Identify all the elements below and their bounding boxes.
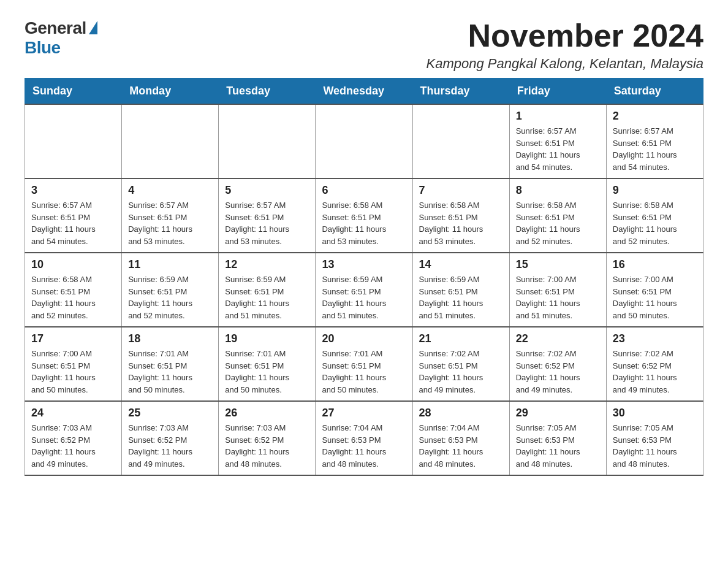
logo-blue-text: Blue: [25, 38, 61, 58]
calendar-cell: 16Sunrise: 7:00 AM Sunset: 6:51 PM Dayli…: [606, 253, 703, 327]
header-tuesday: Tuesday: [219, 79, 316, 105]
day-info: Sunrise: 6:58 AM Sunset: 6:51 PM Dayligh…: [516, 199, 600, 247]
calendar-cell: 21Sunrise: 7:02 AM Sunset: 6:51 PM Dayli…: [412, 327, 509, 401]
day-info: Sunrise: 7:00 AM Sunset: 6:51 PM Dayligh…: [516, 274, 600, 321]
day-info: Sunrise: 7:03 AM Sunset: 6:52 PM Dayligh…: [225, 422, 309, 470]
day-info: Sunrise: 7:01 AM Sunset: 6:51 PM Dayligh…: [128, 348, 212, 396]
calendar-cell: 12Sunrise: 6:59 AM Sunset: 6:51 PM Dayli…: [219, 253, 316, 327]
calendar-cell: 5Sunrise: 6:57 AM Sunset: 6:51 PM Daylig…: [219, 178, 316, 253]
day-number: 25: [128, 407, 212, 419]
month-title: November 2024: [426, 18, 703, 53]
calendar-cell: 7Sunrise: 6:58 AM Sunset: 6:51 PM Daylig…: [412, 178, 509, 253]
day-number: 17: [31, 332, 115, 345]
calendar-week-1: 1Sunrise: 6:57 AM Sunset: 6:51 PM Daylig…: [25, 104, 703, 178]
calendar-cell: 17Sunrise: 7:00 AM Sunset: 6:51 PM Dayli…: [25, 327, 122, 401]
day-info: Sunrise: 7:02 AM Sunset: 6:52 PM Dayligh…: [516, 348, 600, 396]
calendar-week-3: 10Sunrise: 6:58 AM Sunset: 6:51 PM Dayli…: [25, 253, 703, 327]
day-info: Sunrise: 7:05 AM Sunset: 6:53 PM Dayligh…: [516, 422, 600, 470]
calendar-cell: 1Sunrise: 6:57 AM Sunset: 6:51 PM Daylig…: [509, 104, 606, 178]
day-info: Sunrise: 6:57 AM Sunset: 6:51 PM Dayligh…: [31, 199, 115, 247]
calendar-cell: 28Sunrise: 7:04 AM Sunset: 6:53 PM Dayli…: [412, 401, 509, 475]
calendar-cell: 10Sunrise: 6:58 AM Sunset: 6:51 PM Dayli…: [25, 253, 122, 327]
day-number: 15: [516, 258, 600, 271]
day-number: 8: [516, 184, 600, 197]
calendar-cell: 3Sunrise: 6:57 AM Sunset: 6:51 PM Daylig…: [25, 178, 122, 253]
day-number: 19: [225, 332, 309, 345]
day-info: Sunrise: 6:57 AM Sunset: 6:51 PM Dayligh…: [128, 199, 212, 247]
calendar-cell: 4Sunrise: 6:57 AM Sunset: 6:51 PM Daylig…: [122, 178, 219, 253]
calendar-cell: 25Sunrise: 7:03 AM Sunset: 6:52 PM Dayli…: [122, 401, 219, 475]
day-number: 26: [225, 407, 309, 419]
day-number: 28: [419, 407, 503, 419]
day-number: 7: [419, 184, 503, 197]
header-sunday: Sunday: [25, 79, 122, 105]
day-number: 20: [322, 332, 406, 345]
calendar-cell: 18Sunrise: 7:01 AM Sunset: 6:51 PM Dayli…: [122, 327, 219, 401]
title-block: November 2024 Kampong Pangkal Kalong, Ke…: [426, 18, 703, 72]
day-info: Sunrise: 7:03 AM Sunset: 6:52 PM Dayligh…: [128, 422, 212, 470]
header-saturday: Saturday: [606, 79, 703, 105]
day-info: Sunrise: 7:02 AM Sunset: 6:52 PM Dayligh…: [613, 348, 697, 396]
calendar-cell: [219, 104, 316, 178]
day-number: 11: [128, 258, 212, 271]
calendar-cell: 11Sunrise: 6:59 AM Sunset: 6:51 PM Dayli…: [122, 253, 219, 327]
calendar-cell: 24Sunrise: 7:03 AM Sunset: 6:52 PM Dayli…: [25, 401, 122, 475]
day-number: 14: [419, 258, 503, 271]
calendar-table: Sunday Monday Tuesday Wednesday Thursday…: [25, 78, 703, 476]
day-info: Sunrise: 6:57 AM Sunset: 6:51 PM Dayligh…: [516, 125, 600, 173]
calendar-cell: [412, 104, 509, 178]
calendar-cell: 20Sunrise: 7:01 AM Sunset: 6:51 PM Dayli…: [316, 327, 412, 401]
day-number: 18: [128, 332, 212, 345]
calendar-cell: 26Sunrise: 7:03 AM Sunset: 6:52 PM Dayli…: [219, 401, 316, 475]
header-monday: Monday: [122, 79, 219, 105]
calendar-cell: 9Sunrise: 6:58 AM Sunset: 6:51 PM Daylig…: [606, 178, 703, 253]
calendar-cell: [25, 104, 122, 178]
day-info: Sunrise: 7:00 AM Sunset: 6:51 PM Dayligh…: [613, 274, 697, 321]
day-info: Sunrise: 6:59 AM Sunset: 6:51 PM Dayligh…: [225, 274, 309, 321]
day-info: Sunrise: 6:57 AM Sunset: 6:51 PM Dayligh…: [225, 199, 309, 247]
logo-triangle-icon: [89, 21, 97, 34]
day-number: 5: [225, 184, 309, 197]
day-number: 23: [613, 332, 697, 345]
day-info: Sunrise: 7:01 AM Sunset: 6:51 PM Dayligh…: [225, 348, 309, 396]
logo: General Blue: [25, 18, 97, 58]
calendar-cell: 15Sunrise: 7:00 AM Sunset: 6:51 PM Dayli…: [509, 253, 606, 327]
day-number: 22: [516, 332, 600, 345]
weekday-header-row: Sunday Monday Tuesday Wednesday Thursday…: [25, 79, 703, 105]
day-number: 13: [322, 258, 406, 271]
calendar-cell: 13Sunrise: 6:59 AM Sunset: 6:51 PM Dayli…: [316, 253, 412, 327]
day-info: Sunrise: 7:04 AM Sunset: 6:53 PM Dayligh…: [322, 422, 406, 470]
calendar-cell: 6Sunrise: 6:58 AM Sunset: 6:51 PM Daylig…: [316, 178, 412, 253]
calendar-cell: 30Sunrise: 7:05 AM Sunset: 6:53 PM Dayli…: [606, 401, 703, 475]
day-info: Sunrise: 6:59 AM Sunset: 6:51 PM Dayligh…: [128, 274, 212, 321]
day-number: 4: [128, 184, 212, 197]
calendar-cell: 2Sunrise: 6:57 AM Sunset: 6:51 PM Daylig…: [606, 104, 703, 178]
calendar-cell: 19Sunrise: 7:01 AM Sunset: 6:51 PM Dayli…: [219, 327, 316, 401]
day-info: Sunrise: 6:58 AM Sunset: 6:51 PM Dayligh…: [322, 199, 406, 247]
calendar-cell: 29Sunrise: 7:05 AM Sunset: 6:53 PM Dayli…: [509, 401, 606, 475]
day-info: Sunrise: 6:58 AM Sunset: 6:51 PM Dayligh…: [419, 199, 503, 247]
day-number: 9: [613, 184, 697, 197]
day-number: 10: [31, 258, 115, 271]
calendar-week-2: 3Sunrise: 6:57 AM Sunset: 6:51 PM Daylig…: [25, 178, 703, 253]
logo-general-text: General: [25, 18, 86, 38]
day-number: 1: [516, 110, 600, 123]
calendar-body: 1Sunrise: 6:57 AM Sunset: 6:51 PM Daylig…: [25, 104, 703, 475]
header-thursday: Thursday: [412, 79, 509, 105]
calendar-cell: [316, 104, 412, 178]
calendar-cell: [122, 104, 219, 178]
page-header: General Blue November 2024 Kampong Pangk…: [25, 18, 703, 72]
day-number: 24: [31, 407, 115, 419]
day-info: Sunrise: 6:59 AM Sunset: 6:51 PM Dayligh…: [322, 274, 406, 321]
day-info: Sunrise: 7:01 AM Sunset: 6:51 PM Dayligh…: [322, 348, 406, 396]
calendar-cell: 27Sunrise: 7:04 AM Sunset: 6:53 PM Dayli…: [316, 401, 412, 475]
day-number: 3: [31, 184, 115, 197]
calendar-cell: 22Sunrise: 7:02 AM Sunset: 6:52 PM Dayli…: [509, 327, 606, 401]
day-number: 12: [225, 258, 309, 271]
day-info: Sunrise: 6:58 AM Sunset: 6:51 PM Dayligh…: [613, 199, 697, 247]
day-number: 16: [613, 258, 697, 271]
day-info: Sunrise: 7:02 AM Sunset: 6:51 PM Dayligh…: [419, 348, 503, 396]
day-number: 29: [516, 407, 600, 419]
header-friday: Friday: [509, 79, 606, 105]
calendar-week-5: 24Sunrise: 7:03 AM Sunset: 6:52 PM Dayli…: [25, 401, 703, 475]
